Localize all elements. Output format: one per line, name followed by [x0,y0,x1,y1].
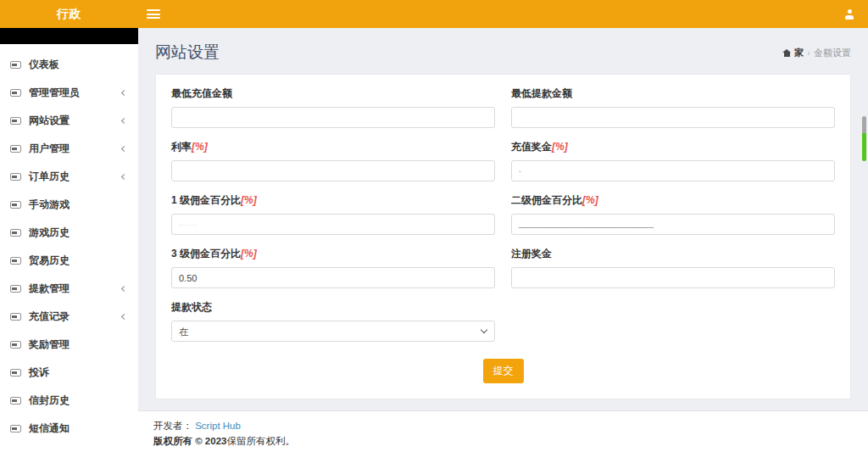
field-label: 最低充值金额 [171,87,232,99]
chevron-left-icon [121,90,127,96]
sidebar-item-label: 游戏历史 [29,226,70,240]
field-label: 3 级佣金百分比 [171,248,241,259]
card-icon [10,341,21,349]
sidebar-item-manual-game[interactable]: 手动游戏 [0,191,138,219]
chevron-left-icon [121,314,127,320]
content-area: 网站设置 家 › 金额设置 最低充值金额 最低提款金额 [138,28,868,410]
developer-link[interactable]: Script Hub [195,421,241,431]
card-icon [10,257,21,265]
card-icon [10,313,21,321]
sidebar-menu: 仪表板 管理管理员 网站设置 用户管理 订单历史 [0,44,138,443]
card-icon [10,285,21,293]
field-label: 最低提款金额 [511,87,572,99]
developer-label: 开发者： [153,421,192,431]
sidebar-item-reward-management[interactable]: 奖励管理 [0,331,138,359]
sidebar-item-recharge-records[interactable]: 充值记录 [0,303,138,331]
field-level2-commission: 二级佣金百分比[%] __________________________ [511,193,835,235]
level1-commission-input[interactable]: ..... ... ... . .. . [171,214,495,235]
sidebar-item-label: 仪表板 [29,58,59,72]
page-footer: 开发者： Script Hub 版权所有 © 2023保留所有权利。 [138,410,868,452]
field-label-suffix: [%] [241,194,257,206]
sidebar: 仪表板 管理管理员 网站设置 用户管理 订单历史 [0,28,138,452]
sidebar-item-trade-history[interactable]: 贸易历史 [0,247,138,275]
card-icon [10,425,21,432]
field-label: 注册奖金 [511,248,552,259]
field-label: 1 级佣金百分比 [171,194,241,206]
sidebar-item-sms-notification[interactable]: 短信通知 [0,415,138,443]
breadcrumb-separator: › [807,47,810,58]
sidebar-item-label: 充值记录 [29,310,70,324]
min-withdrawal-amount-input[interactable] [511,107,835,128]
interest-rate-input[interactable] [171,160,495,181]
field-recharge-bonus: 充值奖金[%] =, [511,140,835,181]
card-icon [10,173,21,181]
field-label: 利率 [171,141,192,153]
field-label-suffix: [%] [241,248,257,259]
sidebar-item-label: 信封历史 [29,393,70,408]
empty-grid-cell [511,300,835,342]
sidebar-item-complaints[interactable]: 投诉 [0,359,138,387]
sidebar-item-label: 手动游戏 [29,198,70,212]
sidebar-item-label: 贸易历史 [29,254,70,268]
home-icon [782,49,791,57]
scrollbar-thumb[interactable] [862,116,866,161]
field-interest-rate: 利率[%] [171,140,495,181]
card-icon [10,229,21,237]
sidebar-item-admin-management[interactable]: 管理管理员 [0,79,138,107]
level2-commission-input[interactable]: __________________________ [511,214,835,235]
card-icon [10,369,21,377]
sidebar-item-website-settings[interactable]: 网站设置 [0,107,138,135]
field-level1-commission: 1 级佣金百分比[%] ..... ... ... . .. . [171,193,495,235]
breadcrumb-current: 金额设置 [814,47,851,59]
sidebar-item-game-history[interactable]: 游戏历史 [0,219,138,247]
app-brand: 行政 [0,7,138,22]
sidebar-item-label: 短信通知 [29,421,70,436]
field-withdrawal-status: 提款状态 在 [171,300,495,342]
card-icon [10,89,21,97]
sidebar-item-label: 网站设置 [29,114,70,128]
top-header: 行政 [0,0,868,28]
copyright-rest: 保留所有权利。 [226,436,295,446]
card-icon [10,145,21,153]
field-label-suffix: [%] [552,141,568,153]
sidebar-item-label: 提款管理 [29,282,70,296]
user-icon[interactable] [844,9,854,20]
field-label: 充值奖金 [511,141,552,153]
min-recharge-amount-input[interactable] [171,107,495,128]
chevron-left-icon [121,286,127,292]
field-min-recharge-amount: 最低充值金额 [171,86,495,128]
withdrawal-status-select[interactable]: 在 [171,321,495,342]
card-icon [10,201,21,209]
copyright-bold: 版权所有 © 2023 [153,436,226,446]
breadcrumb: 家 › 金额设置 [782,47,851,59]
sidebar-item-label: 奖励管理 [29,338,70,352]
sidebar-item-withdrawal-management[interactable]: 提款管理 [0,275,138,303]
sidebar-top-strip [0,28,138,44]
chevron-left-icon [121,146,127,152]
field-level3-commission: 3 级佣金百分比[%] [171,247,495,288]
sidebar-item-order-history[interactable]: 订单历史 [0,163,138,191]
submit-button[interactable]: 提交 [483,359,524,383]
sidebar-item-envelope-history[interactable]: 信封历史 [0,387,138,415]
sidebar-item-label: 订单历史 [29,170,70,184]
sidebar-item-user-management[interactable]: 用户管理 [0,135,138,163]
chevron-left-icon [121,174,127,180]
field-label: 二级佣金百分比 [511,194,582,206]
level3-commission-input[interactable] [171,267,495,288]
breadcrumb-home-link[interactable]: 家 [794,47,804,59]
registration-bonus-input[interactable] [511,267,835,288]
sidebar-item-dashboard[interactable]: 仪表板 [0,51,138,79]
settings-form-card: 最低充值金额 最低提款金额 利率[%] 充值奖金[%] =, [155,74,851,399]
card-icon [10,61,21,69]
menu-toggle-icon[interactable] [147,9,160,19]
field-min-withdrawal-amount: 最低提款金额 [511,86,835,128]
sidebar-item-label: 投诉 [29,366,49,380]
sidebar-item-label: 管理管理员 [29,86,80,100]
sidebar-item-label: 用户管理 [29,142,70,156]
recharge-bonus-input[interactable]: =, [511,160,835,181]
field-label: 提款状态 [171,301,212,313]
card-icon [10,397,21,405]
field-registration-bonus: 注册奖金 [511,247,835,288]
field-label-suffix: [%] [192,141,208,153]
main-column: 网站设置 家 › 金额设置 最低充值金额 最低提款金额 [138,28,868,452]
